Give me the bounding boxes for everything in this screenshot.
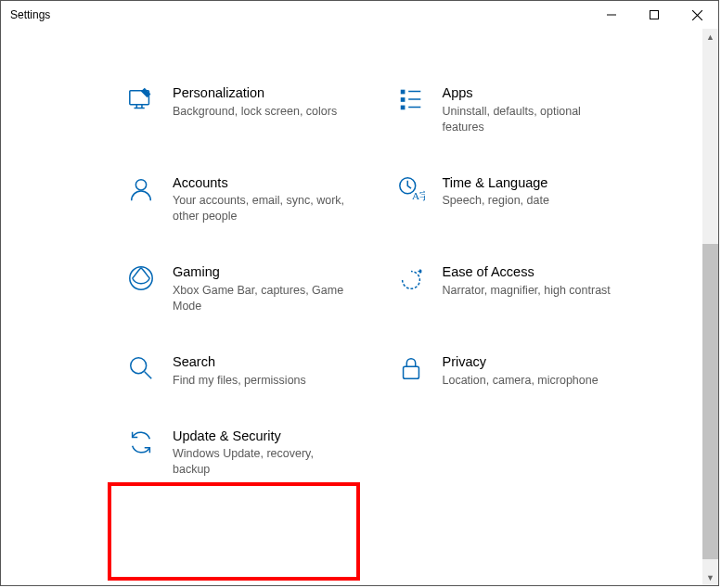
tile-label: Accounts (173, 174, 349, 192)
search-icon (126, 353, 156, 383)
tile-desc: Xbox Game Bar, captures, Game Mode (173, 283, 349, 314)
tile-label: Ease of Access (443, 263, 611, 281)
tile-desc: Narrator, magnifier, high contrast (443, 283, 611, 299)
highlight-update-security (108, 482, 360, 581)
tile-label: Search (173, 353, 306, 371)
tile-label: Personalization (173, 84, 337, 102)
vertical-scrollbar[interactable]: ▲ ▼ (702, 29, 718, 585)
ease-of-access-icon (396, 263, 426, 293)
window-title: Settings (10, 8, 50, 21)
svg-rect-12 (403, 366, 418, 378)
svg-rect-6 (400, 106, 405, 110)
svg-point-11 (131, 358, 147, 374)
tile-label: Apps (443, 84, 619, 102)
tile-desc: Windows Update, recovery, backup (173, 446, 349, 478)
svg-rect-0 (650, 11, 659, 19)
tile-desc: Location, camera, microphone (443, 373, 599, 389)
titlebar: Settings (1, 1, 718, 29)
scroll-up-arrow[interactable]: ▲ (702, 29, 718, 45)
tile-label: Update & Security (173, 428, 349, 445)
tile-desc: Find my files, permissions (173, 373, 306, 389)
close-button[interactable] (676, 1, 718, 29)
tile-ease-of-access[interactable]: Ease of Access Narrator, magnifier, high… (396, 263, 637, 314)
minimize-button[interactable] (590, 1, 633, 29)
scroll-down-arrow[interactable]: ▼ (702, 569, 718, 585)
scroll-track[interactable] (702, 45, 718, 569)
tile-apps[interactable]: Apps Uninstall, defaults, optional featu… (396, 84, 637, 135)
accounts-icon (126, 174, 156, 204)
privacy-icon (396, 353, 426, 383)
svg-point-7 (135, 179, 146, 189)
tile-desc: Your accounts, email, sync, work, other … (173, 193, 349, 224)
update-security-icon (126, 428, 156, 457)
tile-accounts[interactable]: Accounts Your accounts, email, sync, wor… (126, 174, 367, 225)
scroll-thumb[interactable] (702, 244, 718, 559)
tile-time-language[interactable]: A字 Time & Language Speech, region, date (396, 174, 637, 225)
svg-rect-5 (400, 97, 405, 102)
apps-icon (396, 84, 426, 114)
tile-desc: Speech, region, date (443, 193, 549, 209)
svg-text:A字: A字 (411, 190, 424, 201)
maximize-button[interactable] (633, 1, 676, 29)
personalization-icon (126, 84, 156, 114)
content: Link your Android, iPhone Wi-Fi, airplan… (1, 29, 702, 585)
time-language-icon: A字 (396, 174, 426, 204)
tile-personalization[interactable]: Personalization Background, lock screen,… (126, 84, 367, 135)
tile-gaming[interactable]: Gaming Xbox Game Bar, captures, Game Mod… (126, 263, 367, 314)
gaming-icon (126, 263, 156, 293)
tile-privacy[interactable]: Privacy Location, camera, microphone (396, 353, 637, 389)
svg-rect-4 (400, 90, 405, 95)
tile-label: Time & Language (443, 174, 549, 192)
tile-desc: Uninstall, defaults, optional features (443, 104, 619, 135)
tile-desc: Background, lock screen, colors (173, 104, 337, 120)
settings-window: Settings Link your Android, iPhone (0, 0, 719, 586)
tile-search[interactable]: Search Find my files, permissions (126, 353, 367, 389)
tile-label: Gaming (173, 263, 349, 281)
tile-label: Privacy (443, 353, 599, 371)
tile-update-security[interactable]: Update & Security Windows Update, recove… (126, 428, 367, 479)
